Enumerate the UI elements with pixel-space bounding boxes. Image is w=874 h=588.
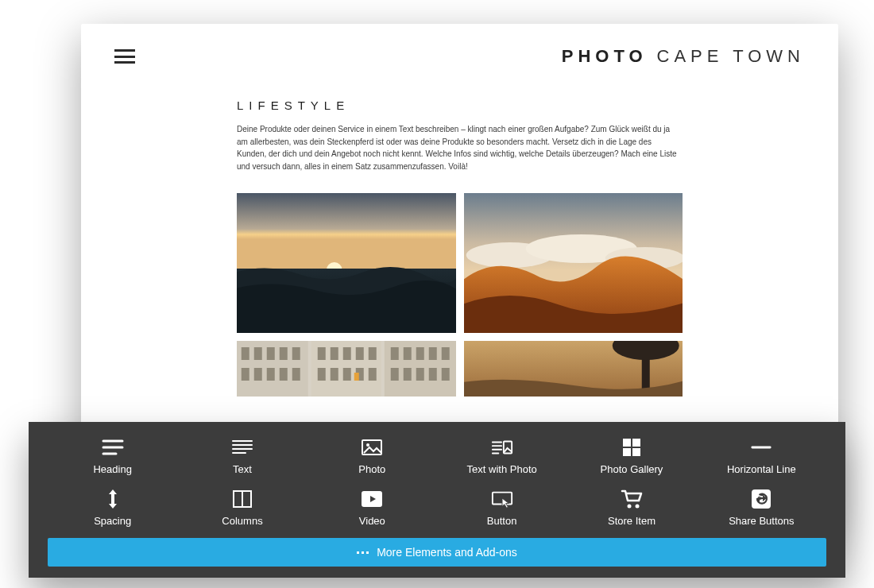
tool-button[interactable]: Button xyxy=(437,489,567,527)
svg-rect-20 xyxy=(292,368,300,381)
svg-rect-62 xyxy=(632,448,640,456)
svg-rect-59 xyxy=(623,439,631,447)
share-buttons-icon xyxy=(750,489,772,509)
svg-rect-14 xyxy=(280,347,288,360)
gallery-tile[interactable] xyxy=(237,341,456,397)
tool-label: Text xyxy=(233,463,252,475)
svg-rect-23 xyxy=(343,347,351,360)
gallery-tile[interactable] xyxy=(464,193,683,333)
svg-rect-35 xyxy=(442,347,450,360)
text-icon xyxy=(231,438,253,457)
gallery-tile[interactable] xyxy=(237,193,456,333)
tool-label: Columns xyxy=(222,515,262,527)
svg-rect-32 xyxy=(404,347,412,360)
toolbar-grid: Heading Text Photo xyxy=(48,438,826,527)
elements-toolbar: Heading Text Photo xyxy=(29,422,845,578)
site-title: PHOTO CAPE TOWN xyxy=(562,46,805,67)
svg-rect-18 xyxy=(267,368,275,381)
tool-label: Share Buttons xyxy=(729,515,794,527)
more-elements-label: More Elements and Add-ons xyxy=(377,546,517,559)
tool-label: Button xyxy=(487,515,517,527)
svg-rect-21 xyxy=(318,347,326,360)
svg-rect-22 xyxy=(331,347,338,360)
svg-rect-36 xyxy=(391,368,399,381)
video-icon xyxy=(361,489,383,509)
svg-rect-31 xyxy=(391,347,399,360)
svg-rect-12 xyxy=(254,347,262,360)
svg-rect-60 xyxy=(632,439,640,447)
svg-rect-0 xyxy=(237,193,456,273)
tool-label: Photo Gallery xyxy=(601,463,663,475)
svg-rect-34 xyxy=(429,347,437,360)
hamburger-menu-icon[interactable] xyxy=(114,49,135,64)
text-with-photo-icon xyxy=(491,438,513,457)
tool-horizontal-line[interactable]: Horizontal Line xyxy=(697,438,826,475)
svg-rect-61 xyxy=(623,448,631,456)
button-icon xyxy=(491,489,513,509)
site-title-thin: CAPE TOWN xyxy=(657,46,805,67)
svg-rect-39 xyxy=(429,368,437,381)
tool-heading[interactable]: Heading xyxy=(48,438,177,475)
heading-icon xyxy=(102,438,124,457)
tool-label: Photo xyxy=(358,463,385,475)
svg-rect-15 xyxy=(292,347,300,360)
tool-photo-gallery[interactable]: Photo Gallery xyxy=(567,438,696,475)
svg-rect-19 xyxy=(280,368,288,381)
photo-icon xyxy=(361,438,383,457)
tool-text[interactable]: Text xyxy=(177,438,307,475)
svg-rect-13 xyxy=(267,347,275,360)
svg-rect-38 xyxy=(416,368,424,381)
spacing-icon xyxy=(102,489,124,509)
tool-label: Text with Photo xyxy=(467,463,537,475)
tool-label: Video xyxy=(359,515,385,527)
photo-gallery-icon xyxy=(621,438,643,457)
tool-text-with-photo[interactable]: Text with Photo xyxy=(437,438,567,475)
content-area: LIFESTYLE Deine Produkte oder deinen Ser… xyxy=(81,67,838,397)
store-item-icon xyxy=(621,489,643,509)
svg-rect-40 xyxy=(442,368,450,381)
svg-rect-11 xyxy=(242,347,249,360)
tool-spacing[interactable]: Spacing xyxy=(48,489,177,527)
horizontal-line-icon xyxy=(750,438,772,457)
columns-icon xyxy=(231,489,253,509)
gallery-tile[interactable] xyxy=(464,341,683,397)
svg-rect-24 xyxy=(356,347,364,360)
tool-columns[interactable]: Columns xyxy=(177,489,307,527)
more-elements-button[interactable]: More Elements and Add-ons xyxy=(48,538,826,567)
section-description: Deine Produkte oder deinen Service in ei… xyxy=(237,123,683,172)
tool-label: Heading xyxy=(93,463,131,475)
tool-label: Spacing xyxy=(94,515,131,527)
svg-rect-41 xyxy=(354,373,359,381)
svg-rect-25 xyxy=(369,347,377,360)
more-dots-icon xyxy=(357,551,369,554)
svg-rect-33 xyxy=(416,347,424,360)
tool-label: Store Item xyxy=(608,515,656,527)
svg-point-69 xyxy=(635,505,639,509)
site-title-bold: PHOTO xyxy=(562,46,648,67)
tool-photo[interactable]: Photo xyxy=(307,438,437,475)
svg-rect-17 xyxy=(254,368,262,381)
svg-rect-28 xyxy=(343,368,351,381)
svg-point-68 xyxy=(627,505,631,509)
svg-rect-16 xyxy=(242,368,249,381)
svg-point-53 xyxy=(366,443,369,447)
photo-gallery-preview xyxy=(237,193,683,397)
tool-label: Horizontal Line xyxy=(727,463,796,475)
section-heading: LIFESTYLE xyxy=(237,99,683,112)
svg-rect-27 xyxy=(331,368,338,381)
svg-rect-26 xyxy=(318,368,326,381)
svg-rect-30 xyxy=(369,368,377,381)
tool-store-item[interactable]: Store Item xyxy=(567,489,696,527)
svg-rect-37 xyxy=(404,368,412,381)
tool-share-buttons[interactable]: Share Buttons xyxy=(697,489,826,527)
tool-video[interactable]: Video xyxy=(307,489,437,527)
